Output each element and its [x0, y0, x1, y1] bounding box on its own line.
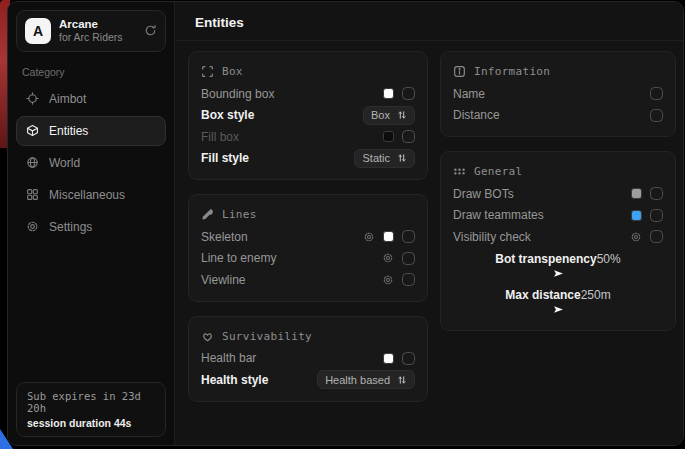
skeleton-checkbox[interactable] — [402, 230, 415, 243]
gear-icon — [26, 220, 39, 233]
bot-transpenency-slider-thumb[interactable] — [554, 269, 563, 278]
panel-title: Box — [222, 65, 243, 78]
globe-icon — [26, 156, 39, 169]
info-icon — [453, 65, 466, 78]
line-to-enemy-settings-icon[interactable] — [382, 252, 394, 264]
row-max-distance: Max distance 250m — [453, 284, 663, 320]
draw-teammates-color-swatch[interactable] — [631, 210, 642, 221]
visibility-check-checkbox[interactable] — [650, 230, 663, 243]
health-bar-color-swatch[interactable] — [383, 353, 394, 364]
arrows-up-down-icon — [397, 153, 407, 163]
row-health-bar: Health bar — [201, 348, 415, 370]
crosshair-icon — [26, 92, 39, 105]
row-box-style: Box style Box — [201, 105, 415, 127]
pencil-line-icon — [201, 208, 214, 221]
row-distance: Distance — [453, 105, 663, 127]
panel-lines: Lines Skeleton Line to enemy Viewline — [188, 194, 428, 302]
row-visibility-check: Visibility check — [453, 226, 663, 248]
row-skeleton: Skeleton — [201, 226, 415, 248]
sidebar-item-label: Settings — [49, 220, 92, 234]
row-name: Name — [453, 83, 663, 105]
subscription-card: Sub expires in 23d 20h session duration … — [16, 382, 166, 437]
bounding-box-checkbox[interactable] — [402, 87, 415, 100]
row-draw-bots: Draw BOTs — [453, 183, 663, 205]
row-label: Distance — [453, 108, 500, 122]
row-label: Visibility check — [453, 230, 531, 244]
draw-teammates-checkbox[interactable] — [650, 209, 663, 222]
panel-title: Survivability — [222, 330, 312, 343]
sidebar-item-label: Aimbot — [49, 92, 86, 106]
row-label: Fill style — [201, 151, 249, 165]
brand-card: A Arcane for Arc Riders — [16, 10, 166, 52]
brand-avatar: A — [25, 18, 51, 44]
session-duration-text: session duration 44s — [27, 417, 155, 429]
row-label: Draw BOTs — [453, 187, 514, 201]
main-header: Entities — [175, 2, 684, 41]
row-bounding-box: Bounding box — [201, 83, 415, 105]
panel-title: General — [474, 165, 522, 178]
panel-title: Information — [474, 65, 550, 78]
row-label: Name — [453, 87, 485, 101]
row-label: Bot transpenency — [495, 252, 596, 266]
panel-box: Box Bounding box Box style Box Fill box … — [188, 51, 428, 180]
page-title: Entities — [195, 15, 669, 30]
row-fill-style: Fill style Static — [201, 148, 415, 170]
row-label: Max distance — [505, 288, 580, 302]
dots-grid-icon — [453, 165, 466, 178]
sidebar-item-world[interactable]: World — [16, 148, 166, 178]
panel-general: General Draw BOTs Draw teammates Visibil… — [440, 151, 676, 331]
sidebar-item-label: Miscellaneous — [49, 188, 125, 202]
name-checkbox[interactable] — [650, 87, 663, 100]
viewline-settings-icon[interactable] — [382, 274, 394, 286]
draw-bots-color-swatch[interactable] — [631, 188, 642, 199]
sidebar-item-label: World — [49, 156, 80, 170]
health-style-select[interactable]: Health based — [317, 370, 415, 389]
sidebar: A Arcane for Arc Riders Category Aimbot … — [8, 2, 175, 445]
cube-icon — [26, 124, 39, 137]
main-area: Entities Box Bounding box Box style Box … — [175, 2, 684, 445]
row-label: Skeleton — [201, 230, 248, 244]
draw-bots-checkbox[interactable] — [650, 187, 663, 200]
panels-content: Box Bounding box Box style Box Fill box … — [175, 41, 684, 412]
sidebar-item-entities[interactable]: Entities — [16, 116, 166, 146]
panel-information: Information Name Distance — [440, 51, 676, 137]
sidebar-item-miscellaneous[interactable]: Miscellaneous — [16, 180, 166, 210]
sidebar-nav: Aimbot Entities World Miscellaneous Sett… — [16, 84, 166, 242]
row-health-style: Health style Health based — [201, 369, 415, 391]
line-to-enemy-checkbox[interactable] — [402, 252, 415, 265]
row-label: Line to enemy — [201, 251, 276, 265]
fill-box-checkbox[interactable] — [402, 130, 415, 143]
app-window: A Arcane for Arc Riders Category Aimbot … — [7, 1, 684, 446]
scan-brackets-icon — [201, 65, 214, 78]
fill-style-select[interactable]: Static — [354, 149, 415, 168]
health-bar-checkbox[interactable] — [402, 352, 415, 365]
box-style-select[interactable]: Box — [363, 106, 415, 125]
heart-icon — [201, 330, 214, 343]
arrows-up-down-icon — [397, 375, 407, 385]
sidebar-item-aimbot[interactable]: Aimbot — [16, 84, 166, 114]
panel-title: Lines — [222, 208, 257, 221]
left-column: Box Bounding box Box style Box Fill box … — [188, 51, 428, 402]
row-label: Draw teammates — [453, 208, 544, 222]
row-label: Fill box — [201, 130, 239, 144]
visibility-check-settings-icon[interactable] — [630, 231, 642, 243]
sub-expiry-text: Sub expires in 23d 20h — [27, 390, 155, 414]
skeleton-color-swatch[interactable] — [383, 231, 394, 242]
sync-icon[interactable] — [144, 24, 157, 37]
skeleton-settings-icon[interactable] — [363, 231, 375, 243]
bounding-box-color-swatch[interactable] — [383, 88, 394, 99]
fill-box-color-swatch[interactable] — [383, 131, 394, 142]
brand-name: Arcane — [59, 17, 136, 31]
panel-survivability: Survivability Health bar Health style He… — [188, 316, 428, 402]
row-viewline: Viewline — [201, 269, 415, 291]
distance-checkbox[interactable] — [650, 109, 663, 122]
category-label: Category — [22, 66, 160, 78]
row-draw-teammates: Draw teammates — [453, 205, 663, 227]
viewline-checkbox[interactable] — [402, 273, 415, 286]
layout-grid-icon — [26, 188, 39, 201]
max-distance-slider-thumb[interactable] — [554, 305, 563, 314]
row-bot-transpenency: Bot transpenency 50% — [453, 248, 663, 284]
sidebar-item-settings[interactable]: Settings — [16, 212, 166, 242]
row-label: Viewline — [201, 273, 245, 287]
row-fill-box: Fill box — [201, 126, 415, 148]
